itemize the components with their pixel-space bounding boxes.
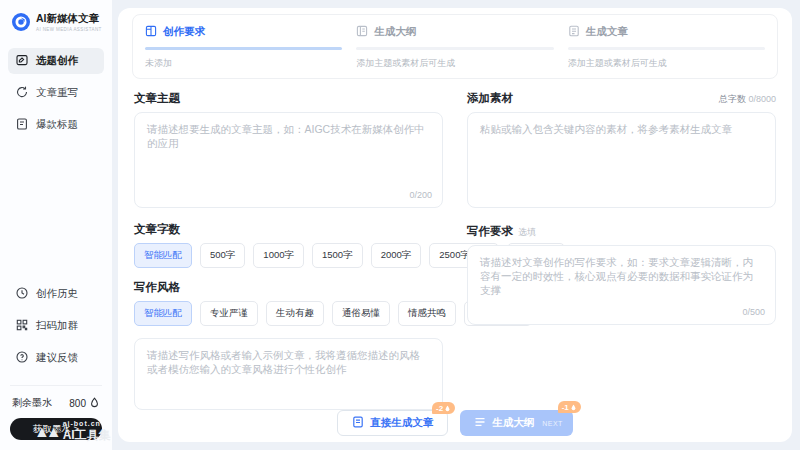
step-generate-article[interactable]: 生成文章 添加主题或素材后可生成 [568,25,765,70]
app-subtitle: AI NEW MEDIA ASSISTANT [36,27,102,32]
step-subtitle: 添加主题或素材后可生成 [356,57,553,70]
ink-balance-value: 800 [69,398,86,409]
requirement-counter: 0/500 [742,307,765,317]
word-count-chip-2000[interactable]: 2000字 [371,243,422,268]
style-chip-emotional[interactable]: 情感共鸣 [398,301,456,326]
qr-code-icon [16,319,28,333]
material-input-box [467,112,776,208]
style-chip-plain[interactable]: 通俗易懂 [332,301,390,326]
topic-heading: 文章主题 [134,91,443,106]
step-progress-bar [356,47,553,50]
material-textarea[interactable] [468,113,775,207]
step-creation-requirements[interactable]: 创作要求 未添加 [145,25,342,70]
material-total-count: 总字数 0/8000 [719,93,776,106]
word-count-heading-label: 文章字数 [134,222,180,237]
material-heading: 添加素材 总字数 0/8000 [467,91,776,106]
main-wrap: 创作要求 未添加 生成大纲 添加主题或素材后可生成 生成文章 添加主 [112,0,800,450]
style-chip-professional[interactable]: 专业严谨 [200,301,258,326]
word-count-chip-1000[interactable]: 1000字 [253,243,304,268]
step-title: 生成大纲 [374,25,416,39]
ink-cost-value: -2 [436,404,443,413]
next-label: NEXT [542,420,563,427]
get-ink-button[interactable]: 获取墨水 > [10,418,102,440]
sidebar-spacer [8,144,104,281]
brand: AI新媒体文章 AI NEW MEDIA ASSISTANT [8,12,104,32]
style-input-box [134,338,443,410]
main-panel: 创作要求 未添加 生成大纲 添加主题或素材后可生成 生成文章 添加主 [118,8,792,442]
step-progress-bar [568,47,765,50]
word-count-options: 智能匹配 500字 1000字 1500字 2000字 2500字以上 输入字数 [134,243,443,268]
sidebar-item-label: 选题创作 [36,54,78,68]
document-star-icon [16,118,28,132]
word-count-heading: 文章字数 [134,222,443,237]
outline-icon [356,25,368,39]
style-options: 智能匹配 专业严谨 生动有趣 通俗易懂 情感共鸣 个性化风格 [134,301,443,326]
sidebar-item-qr-group[interactable]: 扫码加群 [8,313,104,339]
style-chip-vivid[interactable]: 生动有趣 [266,301,324,326]
app-window: AI新媒体文章 AI NEW MEDIA ASSISTANT 选题创作 文章重写… [0,0,800,450]
sidebar-item-label: 爆款标题 [36,118,78,132]
generate-article-button[interactable]: 直接生成文章 -2 [337,410,448,436]
style-textarea[interactable] [135,339,442,409]
app-title: AI新媒体文章 [36,12,102,26]
clock-icon [16,287,28,301]
ink-balance-label: 剩余墨水 [12,396,69,410]
generate-outline-button[interactable]: 生成大纲 NEXT -1 [460,410,573,436]
ink-cost-value: -1 [562,403,569,412]
ink-drop-icon [89,397,100,410]
style-heading-label: 写作风格 [134,280,180,295]
requirement-heading-label: 写作要求 [467,224,513,239]
ink-cost-badge: -2 [432,402,455,414]
brand-text: AI新媒体文章 AI NEW MEDIA ASSISTANT [36,12,102,32]
sidebar-item-topic-creation[interactable]: 选题创作 [8,48,104,74]
sidebar-item-feedback[interactable]: 建议反馈 [8,345,104,371]
sidebar-divider [10,385,102,386]
material-heading-label: 添加素材 [467,91,513,106]
sidebar-item-hot-title[interactable]: 爆款标题 [8,112,104,138]
sidebar-item-label: 建议反馈 [36,351,78,365]
generate-outline-label: 生成大纲 [492,416,534,430]
material-total-label: 总字数 [719,94,746,104]
footer-actions: 直接生成文章 -2 生成大纲 NEXT -1 [118,410,792,442]
step-progress-bar [145,47,342,50]
sidebar-item-label: 创作历史 [36,287,78,301]
topic-textarea[interactable] [135,113,442,207]
word-count-chip-500[interactable]: 500字 [200,243,245,268]
requirement-heading: 写作要求 选填 [467,224,776,239]
sidebar: AI新媒体文章 AI NEW MEDIA ASSISTANT 选题创作 文章重写… [0,0,112,450]
step-title: 生成文章 [586,25,628,39]
style-heading: 写作风格 [134,280,443,295]
sidebar-item-article-rewrite[interactable]: 文章重写 [8,80,104,106]
material-total-counter: 0/8000 [748,94,776,104]
app-logo-icon [12,13,30,31]
topic-input-box: 0/200 [134,112,443,208]
list-icon [474,416,486,430]
sidebar-item-label: 文章重写 [36,86,78,100]
document-icon [568,25,580,39]
step-title: 创作要求 [163,25,205,39]
topic-counter: 0/200 [409,190,432,200]
edit-square-icon [16,54,28,68]
generate-article-label: 直接生成文章 [370,416,433,430]
ink-balance-row: 剩余墨水 800 [8,396,104,410]
word-count-chip-smart[interactable]: 智能匹配 [134,243,192,268]
stepper: 创作要求 未添加 生成大纲 添加主题或素材后可生成 生成文章 添加主 [132,14,778,79]
step-generate-outline[interactable]: 生成大纲 添加主题或素材后可生成 [356,25,553,70]
requirement-optional-tag: 选填 [518,226,536,239]
style-chip-smart[interactable]: 智能匹配 [134,301,192,326]
topic-heading-label: 文章主题 [134,91,180,106]
left-column: 文章主题 0/200 文章字数 智能匹配 500字 1000字 1500字 20… [134,91,443,410]
sidebar-item-history[interactable]: 创作历史 [8,281,104,307]
word-count-chip-1500[interactable]: 1500字 [312,243,363,268]
rewrite-icon [16,86,28,100]
step-subtitle: 未添加 [145,57,342,70]
sidebar-item-label: 扫码加群 [36,319,78,333]
ink-cost-badge: -1 [558,401,581,413]
requirement-input-box: 0/500 [467,245,776,325]
step-subtitle: 添加主题或素材后可生成 [568,57,765,70]
form-icon [145,25,157,39]
form-content: 文章主题 0/200 文章字数 智能匹配 500字 1000字 1500字 20… [118,83,792,410]
requirement-textarea[interactable] [468,246,775,324]
right-column: 添加素材 总字数 0/8000 写作要求 选填 0/500 [467,91,776,410]
question-circle-icon [16,351,28,365]
